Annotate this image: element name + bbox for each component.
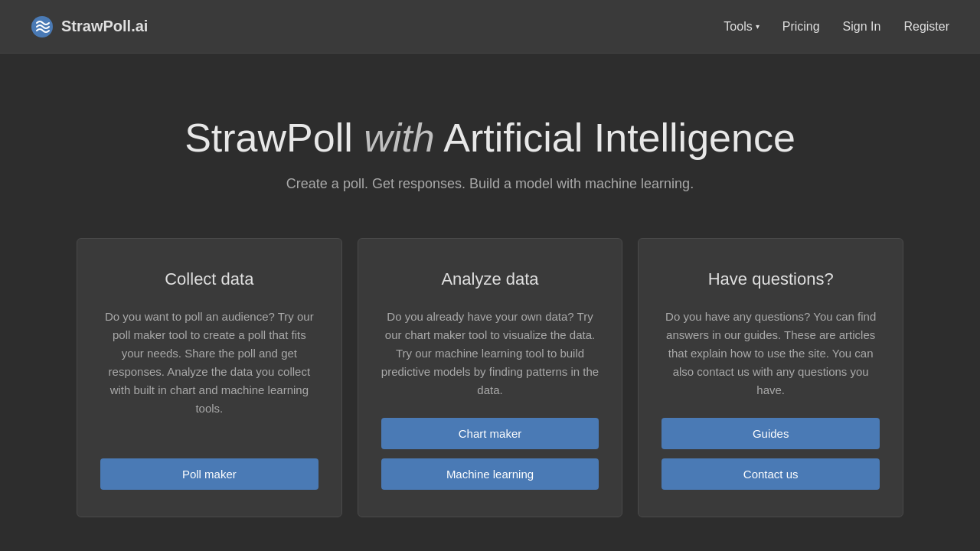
cards-container: Collect data Do you want to poll an audi… (0, 238, 980, 517)
questions-title: Have questions? (662, 269, 880, 289)
tools-dropdown[interactable]: Tools ▾ (724, 20, 759, 34)
nav-links: Tools ▾ Pricing Sign In Register (724, 20, 949, 34)
hero-subtitle: Create a poll. Get responses. Build a mo… (31, 176, 949, 192)
navbar: StrawPoll.ai Tools ▾ Pricing Sign In Reg… (0, 0, 980, 54)
contact-us-button[interactable]: Contact us (662, 458, 880, 490)
hero-title: StrawPoll with Artificial Intelligence (31, 115, 949, 161)
machine-learning-button[interactable]: Machine learning (381, 458, 599, 490)
collect-data-body: Do you want to poll an audience? Try our… (100, 308, 318, 440)
questions-body: Do you have any questions? You can find … (662, 308, 880, 399)
strawpoll-icon (31, 15, 54, 38)
collect-data-buttons: Poll maker (100, 458, 318, 490)
register-link[interactable]: Register (903, 20, 949, 34)
tools-label: Tools (724, 20, 752, 34)
poll-maker-button[interactable]: Poll maker (100, 458, 318, 490)
brand-name: StrawPoll.ai (61, 18, 148, 35)
brand-logo[interactable]: StrawPoll.ai (31, 15, 148, 38)
chart-maker-button[interactable]: Chart maker (381, 418, 599, 449)
questions-buttons: Guides Contact us (662, 418, 880, 490)
hero-section: StrawPoll with Artificial Intelligence C… (0, 54, 980, 238)
pricing-link[interactable]: Pricing (782, 20, 820, 34)
guides-button[interactable]: Guides (662, 418, 880, 449)
signin-link[interactable]: Sign In (843, 20, 881, 34)
hero-title-italic: with (364, 116, 434, 160)
analyze-data-title: Analyze data (381, 269, 599, 289)
analyze-data-body: Do you already have your own data? Try o… (381, 308, 599, 399)
analyze-data-card: Analyze data Do you already have your ow… (358, 238, 623, 517)
hero-title-part1: StrawPoll (185, 116, 353, 160)
questions-card: Have questions? Do you have any question… (638, 238, 903, 517)
analyze-data-buttons: Chart maker Machine learning (381, 418, 599, 490)
hero-title-part2: Artificial Intelligence (443, 116, 795, 160)
collect-data-card: Collect data Do you want to poll an audi… (77, 238, 342, 517)
collect-data-title: Collect data (100, 269, 318, 289)
chevron-down-icon: ▾ (756, 22, 760, 31)
